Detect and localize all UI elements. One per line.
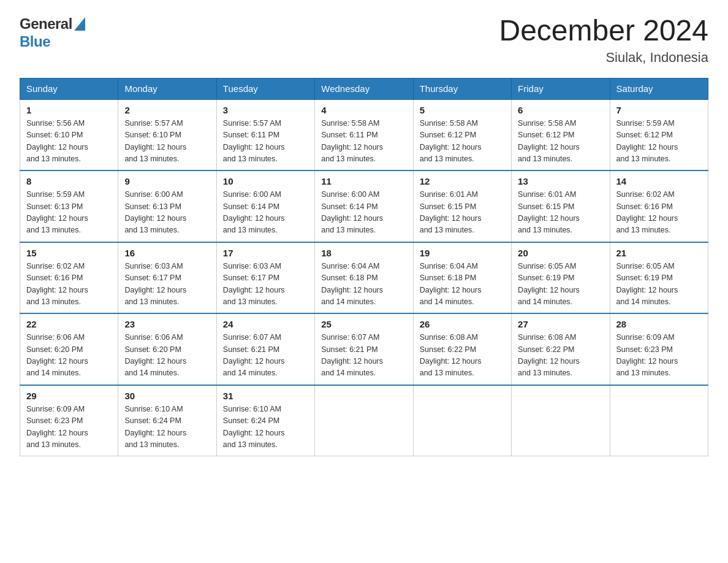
calendar-subtitle: Siulak, Indonesia [499,50,708,66]
logo-general-text: General [20,15,72,33]
logo-arrow-icon [74,17,85,33]
day-number: 12 [420,176,505,186]
day-number: 23 [124,319,210,329]
day-number: 1 [26,105,112,115]
calendar-day-28: 28Sunrise: 6:09 AM Sunset: 6:23 PM Dayli… [610,313,708,385]
day-number: 3 [223,105,308,115]
calendar-day-6: 6Sunrise: 5:58 AM Sunset: 6:12 PM Daylig… [512,99,610,171]
calendar-day-19: 19Sunrise: 6:04 AM Sunset: 6:18 PM Dayli… [413,242,511,314]
calendar-day-8: 8Sunrise: 5:59 AM Sunset: 6:13 PM Daylig… [20,170,118,242]
calendar-day-22: 22Sunrise: 6:06 AM Sunset: 6:20 PM Dayli… [20,313,118,385]
day-number: 21 [616,248,702,258]
calendar-day-27: 27Sunrise: 6:08 AM Sunset: 6:22 PM Dayli… [512,313,610,385]
day-info: Sunrise: 6:03 AM Sunset: 6:17 PM Dayligh… [223,261,308,308]
calendar-title: December 2024 [499,15,708,47]
calendar-day-25: 25Sunrise: 6:07 AM Sunset: 6:21 PM Dayli… [315,313,413,385]
calendar-day-4: 4Sunrise: 5:58 AM Sunset: 6:11 PM Daylig… [315,99,413,171]
calendar-day-29: 29Sunrise: 6:09 AM Sunset: 6:23 PM Dayli… [20,385,118,456]
calendar-day-17: 17Sunrise: 6:03 AM Sunset: 6:17 PM Dayli… [216,242,314,314]
calendar-day-empty [610,385,708,456]
calendar-day-24: 24Sunrise: 6:07 AM Sunset: 6:21 PM Dayli… [216,313,314,385]
calendar-week-row: 8Sunrise: 5:59 AM Sunset: 6:13 PM Daylig… [20,170,708,242]
day-number: 16 [124,248,210,258]
day-number: 8 [26,176,112,186]
day-info: Sunrise: 5:58 AM Sunset: 6:11 PM Dayligh… [321,118,406,166]
day-info: Sunrise: 5:58 AM Sunset: 6:12 PM Dayligh… [420,118,505,166]
day-info: Sunrise: 6:08 AM Sunset: 6:22 PM Dayligh… [420,332,505,380]
calendar-day-empty [512,385,610,456]
weekday-header-saturday: Saturday [610,78,708,99]
day-number: 11 [321,176,406,186]
calendar-week-row: 1Sunrise: 5:56 AM Sunset: 6:10 PM Daylig… [20,99,708,171]
day-number: 30 [124,391,210,401]
calendar-day-2: 2Sunrise: 5:57 AM Sunset: 6:10 PM Daylig… [118,99,216,171]
day-info: Sunrise: 6:10 AM Sunset: 6:24 PM Dayligh… [223,404,308,451]
calendar-day-9: 9Sunrise: 6:00 AM Sunset: 6:13 PM Daylig… [118,170,216,242]
day-info: Sunrise: 6:07 AM Sunset: 6:21 PM Dayligh… [223,332,308,380]
day-number: 7 [616,105,702,115]
day-number: 17 [223,248,308,258]
weekday-header-friday: Friday [512,78,610,99]
day-info: Sunrise: 6:09 AM Sunset: 6:23 PM Dayligh… [26,404,112,451]
day-info: Sunrise: 6:07 AM Sunset: 6:21 PM Dayligh… [321,332,406,380]
day-info: Sunrise: 6:04 AM Sunset: 6:18 PM Dayligh… [420,261,505,308]
day-number: 15 [26,248,112,258]
day-info: Sunrise: 6:00 AM Sunset: 6:13 PM Dayligh… [124,189,210,237]
calendar-day-13: 13Sunrise: 6:01 AM Sunset: 6:15 PM Dayli… [512,170,610,242]
day-number: 24 [223,319,308,329]
calendar-day-30: 30Sunrise: 6:10 AM Sunset: 6:24 PM Dayli… [118,385,216,456]
calendar-day-23: 23Sunrise: 6:06 AM Sunset: 6:20 PM Dayli… [118,313,216,385]
calendar-table: SundayMondayTuesdayWednesdayThursdayFrid… [20,78,708,457]
day-number: 22 [26,319,112,329]
day-number: 10 [223,176,308,186]
day-info: Sunrise: 6:03 AM Sunset: 6:17 PM Dayligh… [124,261,210,308]
day-info: Sunrise: 6:09 AM Sunset: 6:23 PM Dayligh… [616,332,702,380]
day-number: 27 [518,319,603,329]
weekday-header-sunday: Sunday [20,78,118,99]
day-number: 6 [518,105,603,115]
day-info: Sunrise: 5:59 AM Sunset: 6:12 PM Dayligh… [616,118,702,166]
day-info: Sunrise: 6:01 AM Sunset: 6:15 PM Dayligh… [518,189,603,237]
calendar-week-row: 15Sunrise: 6:02 AM Sunset: 6:16 PM Dayli… [20,242,708,314]
calendar-day-11: 11Sunrise: 6:00 AM Sunset: 6:14 PM Dayli… [315,170,413,242]
calendar-day-18: 18Sunrise: 6:04 AM Sunset: 6:18 PM Dayli… [315,242,413,314]
day-number: 26 [420,319,505,329]
day-info: Sunrise: 5:57 AM Sunset: 6:11 PM Dayligh… [223,118,308,166]
calendar-week-row: 22Sunrise: 6:06 AM Sunset: 6:20 PM Dayli… [20,313,708,385]
weekday-header-row: SundayMondayTuesdayWednesdayThursdayFrid… [20,78,708,99]
day-info: Sunrise: 6:02 AM Sunset: 6:16 PM Dayligh… [616,189,702,237]
logo-blue-text: Blue [20,33,50,50]
calendar-day-empty [413,385,511,456]
day-info: Sunrise: 5:57 AM Sunset: 6:10 PM Dayligh… [124,118,210,166]
calendar-day-5: 5Sunrise: 5:58 AM Sunset: 6:12 PM Daylig… [413,99,511,171]
weekday-header-thursday: Thursday [413,78,511,99]
day-number: 28 [616,319,702,329]
day-info: Sunrise: 6:06 AM Sunset: 6:20 PM Dayligh… [124,332,210,380]
weekday-header-wednesday: Wednesday [315,78,413,99]
calendar-day-1: 1Sunrise: 5:56 AM Sunset: 6:10 PM Daylig… [20,99,118,171]
weekday-header-tuesday: Tuesday [216,78,314,99]
day-number: 4 [321,105,406,115]
calendar-day-26: 26Sunrise: 6:08 AM Sunset: 6:22 PM Dayli… [413,313,511,385]
calendar-day-20: 20Sunrise: 6:05 AM Sunset: 6:19 PM Dayli… [512,242,610,314]
day-number: 19 [420,248,505,258]
svg-marker-0 [74,17,85,31]
day-info: Sunrise: 6:04 AM Sunset: 6:18 PM Dayligh… [321,261,406,308]
day-number: 25 [321,319,406,329]
calendar-day-10: 10Sunrise: 6:00 AM Sunset: 6:14 PM Dayli… [216,170,314,242]
day-number: 31 [223,391,308,401]
day-number: 14 [616,176,702,186]
day-number: 20 [518,248,603,258]
day-info: Sunrise: 6:10 AM Sunset: 6:24 PM Dayligh… [124,404,210,451]
calendar-day-21: 21Sunrise: 6:05 AM Sunset: 6:19 PM Dayli… [610,242,708,314]
day-number: 5 [420,105,505,115]
page-header: General Blue December 2024 Siulak, Indon… [20,15,708,66]
day-info: Sunrise: 6:05 AM Sunset: 6:19 PM Dayligh… [616,261,702,308]
day-info: Sunrise: 5:58 AM Sunset: 6:12 PM Dayligh… [518,118,603,166]
day-info: Sunrise: 6:08 AM Sunset: 6:22 PM Dayligh… [518,332,603,380]
day-info: Sunrise: 6:06 AM Sunset: 6:20 PM Dayligh… [26,332,112,380]
calendar-day-15: 15Sunrise: 6:02 AM Sunset: 6:16 PM Dayli… [20,242,118,314]
day-info: Sunrise: 6:05 AM Sunset: 6:19 PM Dayligh… [518,261,603,308]
calendar-day-3: 3Sunrise: 5:57 AM Sunset: 6:11 PM Daylig… [216,99,314,171]
calendar-day-31: 31Sunrise: 6:10 AM Sunset: 6:24 PM Dayli… [216,385,314,456]
